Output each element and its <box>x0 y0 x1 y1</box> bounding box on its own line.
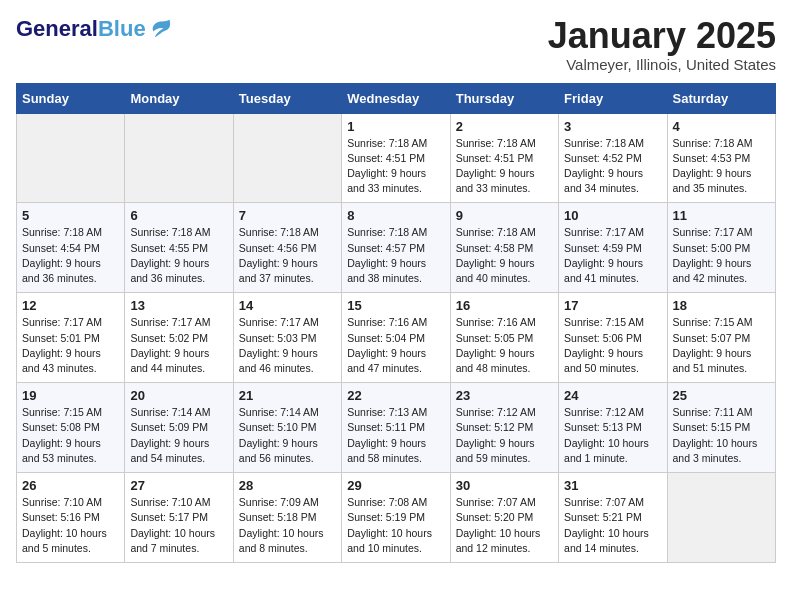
day-number: 9 <box>456 208 553 223</box>
calendar-cell: 18Sunrise: 7:15 AM Sunset: 5:07 PM Dayli… <box>667 293 775 383</box>
day-number: 3 <box>564 119 661 134</box>
day-detail: Sunrise: 7:18 AM Sunset: 4:56 PM Dayligh… <box>239 225 336 286</box>
day-detail: Sunrise: 7:08 AM Sunset: 5:19 PM Dayligh… <box>347 495 444 556</box>
day-number: 11 <box>673 208 770 223</box>
day-number: 10 <box>564 208 661 223</box>
weekday-header-tuesday: Tuesday <box>233 83 341 113</box>
day-number: 25 <box>673 388 770 403</box>
calendar-week-row: 26Sunrise: 7:10 AM Sunset: 5:16 PM Dayli… <box>17 473 776 563</box>
day-detail: Sunrise: 7:17 AM Sunset: 5:00 PM Dayligh… <box>673 225 770 286</box>
calendar-table: SundayMondayTuesdayWednesdayThursdayFrid… <box>16 83 776 563</box>
logo: GeneralBlue <box>16 16 171 42</box>
page-header: GeneralBlue January 2025 Valmeyer, Illin… <box>16 16 776 73</box>
day-detail: Sunrise: 7:07 AM Sunset: 5:21 PM Dayligh… <box>564 495 661 556</box>
day-detail: Sunrise: 7:18 AM Sunset: 4:52 PM Dayligh… <box>564 136 661 197</box>
weekday-header-friday: Friday <box>559 83 667 113</box>
day-number: 22 <box>347 388 444 403</box>
calendar-cell: 21Sunrise: 7:14 AM Sunset: 5:10 PM Dayli… <box>233 383 341 473</box>
calendar-cell: 23Sunrise: 7:12 AM Sunset: 5:12 PM Dayli… <box>450 383 558 473</box>
day-number: 8 <box>347 208 444 223</box>
day-number: 31 <box>564 478 661 493</box>
calendar-cell: 30Sunrise: 7:07 AM Sunset: 5:20 PM Dayli… <box>450 473 558 563</box>
day-number: 15 <box>347 298 444 313</box>
day-number: 14 <box>239 298 336 313</box>
day-number: 20 <box>130 388 227 403</box>
day-number: 4 <box>673 119 770 134</box>
calendar-cell: 12Sunrise: 7:17 AM Sunset: 5:01 PM Dayli… <box>17 293 125 383</box>
weekday-header-row: SundayMondayTuesdayWednesdayThursdayFrid… <box>17 83 776 113</box>
day-number: 2 <box>456 119 553 134</box>
day-number: 16 <box>456 298 553 313</box>
day-number: 5 <box>22 208 119 223</box>
logo-bird-icon <box>149 16 171 42</box>
day-number: 23 <box>456 388 553 403</box>
day-number: 1 <box>347 119 444 134</box>
title-area: January 2025 Valmeyer, Illinois, United … <box>548 16 776 73</box>
day-detail: Sunrise: 7:12 AM Sunset: 5:12 PM Dayligh… <box>456 405 553 466</box>
calendar-cell: 20Sunrise: 7:14 AM Sunset: 5:09 PM Dayli… <box>125 383 233 473</box>
weekday-header-sunday: Sunday <box>17 83 125 113</box>
day-detail: Sunrise: 7:09 AM Sunset: 5:18 PM Dayligh… <box>239 495 336 556</box>
calendar-cell <box>233 113 341 203</box>
day-number: 28 <box>239 478 336 493</box>
day-detail: Sunrise: 7:12 AM Sunset: 5:13 PM Dayligh… <box>564 405 661 466</box>
calendar-cell: 25Sunrise: 7:11 AM Sunset: 5:15 PM Dayli… <box>667 383 775 473</box>
calendar-cell: 27Sunrise: 7:10 AM Sunset: 5:17 PM Dayli… <box>125 473 233 563</box>
day-detail: Sunrise: 7:18 AM Sunset: 4:54 PM Dayligh… <box>22 225 119 286</box>
weekday-header-wednesday: Wednesday <box>342 83 450 113</box>
day-detail: Sunrise: 7:17 AM Sunset: 4:59 PM Dayligh… <box>564 225 661 286</box>
day-detail: Sunrise: 7:14 AM Sunset: 5:10 PM Dayligh… <box>239 405 336 466</box>
calendar-cell: 1Sunrise: 7:18 AM Sunset: 4:51 PM Daylig… <box>342 113 450 203</box>
day-detail: Sunrise: 7:07 AM Sunset: 5:20 PM Dayligh… <box>456 495 553 556</box>
calendar-cell <box>125 113 233 203</box>
calendar-cell: 11Sunrise: 7:17 AM Sunset: 5:00 PM Dayli… <box>667 203 775 293</box>
calendar-cell: 6Sunrise: 7:18 AM Sunset: 4:55 PM Daylig… <box>125 203 233 293</box>
calendar-week-row: 19Sunrise: 7:15 AM Sunset: 5:08 PM Dayli… <box>17 383 776 473</box>
calendar-cell <box>667 473 775 563</box>
day-detail: Sunrise: 7:18 AM Sunset: 4:53 PM Dayligh… <box>673 136 770 197</box>
weekday-header-monday: Monday <box>125 83 233 113</box>
day-detail: Sunrise: 7:15 AM Sunset: 5:08 PM Dayligh… <box>22 405 119 466</box>
day-detail: Sunrise: 7:18 AM Sunset: 4:51 PM Dayligh… <box>456 136 553 197</box>
calendar-cell: 15Sunrise: 7:16 AM Sunset: 5:04 PM Dayli… <box>342 293 450 383</box>
calendar-cell: 16Sunrise: 7:16 AM Sunset: 5:05 PM Dayli… <box>450 293 558 383</box>
day-detail: Sunrise: 7:16 AM Sunset: 5:04 PM Dayligh… <box>347 315 444 376</box>
day-detail: Sunrise: 7:18 AM Sunset: 4:57 PM Dayligh… <box>347 225 444 286</box>
day-detail: Sunrise: 7:11 AM Sunset: 5:15 PM Dayligh… <box>673 405 770 466</box>
calendar-week-row: 5Sunrise: 7:18 AM Sunset: 4:54 PM Daylig… <box>17 203 776 293</box>
day-detail: Sunrise: 7:10 AM Sunset: 5:16 PM Dayligh… <box>22 495 119 556</box>
calendar-cell: 28Sunrise: 7:09 AM Sunset: 5:18 PM Dayli… <box>233 473 341 563</box>
day-number: 6 <box>130 208 227 223</box>
location: Valmeyer, Illinois, United States <box>548 56 776 73</box>
calendar-cell: 8Sunrise: 7:18 AM Sunset: 4:57 PM Daylig… <box>342 203 450 293</box>
day-number: 12 <box>22 298 119 313</box>
day-detail: Sunrise: 7:15 AM Sunset: 5:07 PM Dayligh… <box>673 315 770 376</box>
day-number: 27 <box>130 478 227 493</box>
calendar-cell: 24Sunrise: 7:12 AM Sunset: 5:13 PM Dayli… <box>559 383 667 473</box>
day-number: 29 <box>347 478 444 493</box>
calendar-cell: 2Sunrise: 7:18 AM Sunset: 4:51 PM Daylig… <box>450 113 558 203</box>
calendar-cell: 3Sunrise: 7:18 AM Sunset: 4:52 PM Daylig… <box>559 113 667 203</box>
day-number: 26 <box>22 478 119 493</box>
month-title: January 2025 <box>548 16 776 56</box>
day-detail: Sunrise: 7:10 AM Sunset: 5:17 PM Dayligh… <box>130 495 227 556</box>
day-number: 17 <box>564 298 661 313</box>
calendar-cell: 14Sunrise: 7:17 AM Sunset: 5:03 PM Dayli… <box>233 293 341 383</box>
logo-general: General <box>16 16 98 41</box>
calendar-cell: 26Sunrise: 7:10 AM Sunset: 5:16 PM Dayli… <box>17 473 125 563</box>
day-detail: Sunrise: 7:15 AM Sunset: 5:06 PM Dayligh… <box>564 315 661 376</box>
day-detail: Sunrise: 7:17 AM Sunset: 5:02 PM Dayligh… <box>130 315 227 376</box>
day-number: 30 <box>456 478 553 493</box>
day-detail: Sunrise: 7:14 AM Sunset: 5:09 PM Dayligh… <box>130 405 227 466</box>
calendar-cell: 4Sunrise: 7:18 AM Sunset: 4:53 PM Daylig… <box>667 113 775 203</box>
calendar-cell <box>17 113 125 203</box>
calendar-week-row: 1Sunrise: 7:18 AM Sunset: 4:51 PM Daylig… <box>17 113 776 203</box>
calendar-week-row: 12Sunrise: 7:17 AM Sunset: 5:01 PM Dayli… <box>17 293 776 383</box>
day-number: 19 <box>22 388 119 403</box>
calendar-cell: 17Sunrise: 7:15 AM Sunset: 5:06 PM Dayli… <box>559 293 667 383</box>
day-detail: Sunrise: 7:18 AM Sunset: 4:51 PM Dayligh… <box>347 136 444 197</box>
weekday-header-saturday: Saturday <box>667 83 775 113</box>
calendar-cell: 7Sunrise: 7:18 AM Sunset: 4:56 PM Daylig… <box>233 203 341 293</box>
calendar-cell: 10Sunrise: 7:17 AM Sunset: 4:59 PM Dayli… <box>559 203 667 293</box>
calendar-cell: 13Sunrise: 7:17 AM Sunset: 5:02 PM Dayli… <box>125 293 233 383</box>
